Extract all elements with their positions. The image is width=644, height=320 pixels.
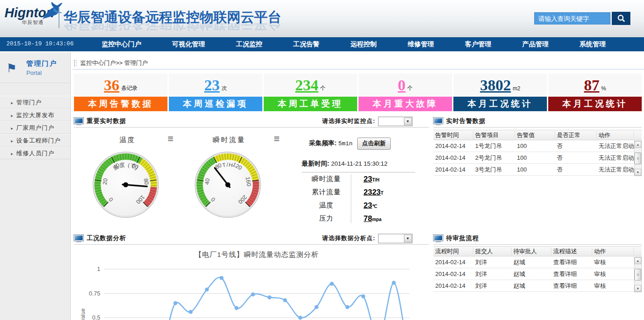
cell[interactable]: 查看详细 <box>551 270 592 278</box>
portal-header: ⚑ 管理门户 Portal <box>0 52 70 83</box>
sidebar-item-2[interactable]: ▸厂家用户门户 <box>0 121 70 134</box>
stat-card-value: 87 <box>584 78 600 93</box>
search-button[interactable] <box>612 12 630 25</box>
nav-item-5[interactable]: 维修管理 <box>408 40 434 49</box>
nav-item-2[interactable]: 工况监控 <box>236 40 262 49</box>
nav-item-7[interactable]: 产品管理 <box>522 40 549 49</box>
sidebar: ⚑ 管理门户 Portal ▸管理门户▸监控大屏发布▸厂家用户门户▸设备工程师门… <box>0 52 71 320</box>
svg-text:【电厂1号线】瞬时流量动态监测分析: 【电厂1号线】瞬时流量动态监测分析 <box>195 251 319 258</box>
scroll-down-icon[interactable]: ▼ <box>634 285 641 292</box>
flag-icon: ⚑ <box>6 62 17 74</box>
table-row: 2014-02-142号龙门吊100否无法正常启动 <box>433 152 642 164</box>
approval-scrollbar[interactable]: ▲ ≡ ▼ <box>634 257 642 292</box>
nav-item-4[interactable]: 远程控制 <box>350 40 377 49</box>
column-header: 告警时间 <box>433 131 473 139</box>
nav-item-0[interactable]: 监控中心门户 <box>102 40 141 49</box>
hamburger-menu-icon[interactable]: ≡ <box>274 134 280 144</box>
flow-gauge: 04080120160200T/H <box>194 151 280 221</box>
metric-value: 23 <box>364 175 372 184</box>
refresh-button[interactable]: 点击刷新 <box>357 138 391 150</box>
cell[interactable]: 审核 <box>592 270 634 278</box>
metrics-table: 瞬时流量23T/H累计流量2323T温度23℃压力78mpa <box>302 172 415 225</box>
latest-time-label: 最新时间: <box>302 160 329 167</box>
metric-row-3: 压力78mpa <box>302 212 415 225</box>
monitor-icon <box>433 118 443 125</box>
scrollbar-thumb[interactable]: ≡ <box>634 153 641 164</box>
analysis-point-select[interactable]: ▼ <box>378 234 413 243</box>
cell: 赵城 <box>511 282 551 290</box>
monitor-icon <box>74 118 84 125</box>
realtime-info: 采集频率: 5min 点击刷新 最新时间: 2014-11-21 15:30:1… <box>302 138 422 225</box>
cell: 2号龙门吊 <box>473 154 515 162</box>
stat-card-4[interactable]: 3802m2本月工况统计 <box>453 74 547 111</box>
column-header: 流程时间 <box>433 247 473 255</box>
sidebar-item-4[interactable]: ▸维修人员门户 <box>0 147 70 159</box>
realtime-point-select[interactable]: ▼ <box>378 117 413 126</box>
sidebar-item-0[interactable]: ▸管理门户 <box>0 96 70 108</box>
stat-card-banner: 本周工单受理 <box>264 97 357 111</box>
cell: 2014-02-14 <box>433 154 473 161</box>
cell: 刘洋 <box>473 282 511 290</box>
logo-divider <box>59 7 59 28</box>
cell: 2014-02-14 <box>433 259 473 266</box>
cell: 2014-02-14 <box>433 143 473 149</box>
nav-item-1[interactable]: 可视化管理 <box>172 40 205 49</box>
metric-label: 温度 <box>302 201 351 210</box>
stat-card-5[interactable]: 87%本月工况统计 <box>548 74 642 111</box>
cell: 2014-02-14 <box>433 282 473 289</box>
stat-card-value-area: 36条记录 <box>74 74 167 97</box>
cell: 1号龙门吊 <box>473 142 515 150</box>
stat-card-value: 3802 <box>480 78 511 93</box>
stat-card-1[interactable]: 23次本周巡检漏项 <box>169 74 262 111</box>
stat-card-3[interactable]: 0个本月重大故障 <box>359 74 452 111</box>
cell[interactable]: 审核 <box>592 258 634 266</box>
scroll-down-icon[interactable]: ▼ <box>634 169 641 176</box>
chevron-down-icon[interactable]: ▼ <box>404 118 412 125</box>
table-row: 2014-02-14刘洋赵城查看详细审核 <box>433 280 642 292</box>
cell[interactable]: 审核 <box>592 282 634 290</box>
analysis-section-header: 工况数据分析 请选择数据分析点: ▼ <box>74 232 429 245</box>
menu-bullet-icon: ▸ <box>11 100 14 105</box>
scroll-up-icon[interactable]: ▲ <box>634 257 641 264</box>
stat-card-banner: 本周告警数据 <box>74 97 167 111</box>
freq-label: 采集频率: <box>309 139 337 147</box>
stat-card-2[interactable]: 234个本周工单受理 <box>264 74 357 111</box>
column-header: 流程描述 <box>551 247 592 255</box>
svg-text:80: 80 <box>143 178 150 185</box>
chevron-down-icon[interactable]: ▼ <box>404 235 412 242</box>
stat-card-0[interactable]: 36条记录本周告警数据 <box>74 74 167 111</box>
alarm-scrollbar[interactable]: ▲ ≡ ▼ <box>634 141 642 176</box>
scroll-up-icon[interactable]: ▲ <box>634 141 641 148</box>
sidebar-menu: ▸管理门户▸监控大屏发布▸厂家用户门户▸设备工程师门户▸维修人员门户 <box>0 96 70 159</box>
sidebar-item-3[interactable]: ▸设备工程师门户 <box>0 134 70 147</box>
metric-unit: ℃ <box>372 204 377 209</box>
metric-unit: mpa <box>372 217 382 222</box>
stat-card-unit: 个 <box>408 84 413 92</box>
search-input[interactable] <box>534 12 610 25</box>
breadcrumb-icon <box>74 60 77 66</box>
cell: 无法正常启动 <box>597 142 634 150</box>
metric-label: 累计流量 <box>302 188 351 197</box>
cell[interactable]: 查看详细 <box>551 258 592 266</box>
stat-card-banner: 本周巡检漏项 <box>169 97 262 111</box>
metric-row-1: 累计流量2323T <box>302 186 415 199</box>
nav-item-8[interactable]: 系统管理 <box>580 40 606 49</box>
analysis-select-label: 请选择数据分析点: <box>322 234 375 242</box>
cell: 赵城 <box>511 270 551 278</box>
svg-text:1: 1 <box>97 266 100 272</box>
svg-text:20: 20 <box>102 178 109 185</box>
cell: 否 <box>555 154 597 162</box>
hamburger-menu-icon[interactable]: ≡ <box>167 134 173 144</box>
page-title-reflection: 华辰智通设备远程监控物联网云平台 <box>64 23 281 33</box>
sidebar-item-label: 维修人员门户 <box>16 150 54 157</box>
sidebar-item-1[interactable]: ▸监控大屏发布 <box>0 108 70 121</box>
table-row: 2014-02-14刘洋赵城查看详细审核 <box>433 256 642 268</box>
clock-timestamp: 2015-10-19 10:43:06 <box>6 40 74 47</box>
approval-table: 流程时间提交人待审批人流程描述动作2014-02-14刘洋赵城查看详细审核201… <box>433 246 642 292</box>
nav-item-3[interactable]: 工况告警 <box>293 40 320 49</box>
scrollbar-thumb[interactable]: ≡ <box>634 269 641 281</box>
nav-item-6[interactable]: 客户管理 <box>465 40 492 49</box>
svg-text:value: value <box>80 308 86 320</box>
cell: 无法正常启动 <box>597 154 634 162</box>
cell[interactable]: 查看详细 <box>551 282 592 290</box>
